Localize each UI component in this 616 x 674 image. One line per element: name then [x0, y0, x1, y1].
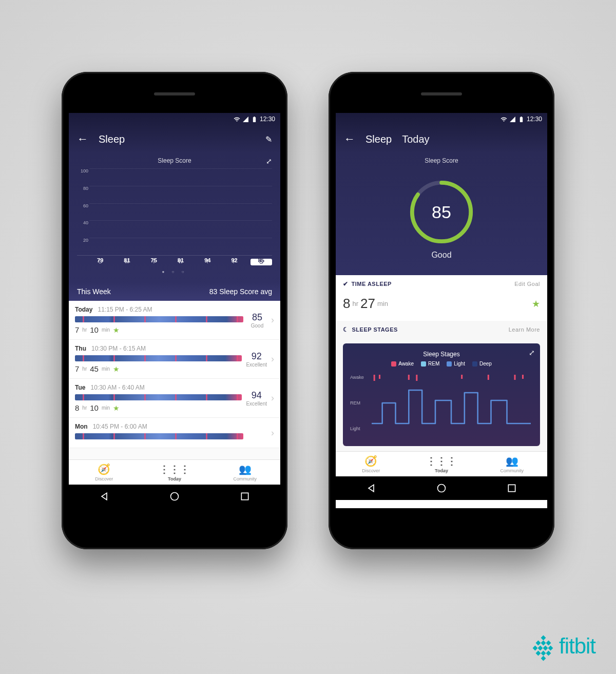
nav-today[interactable]: ⋮⋮⋮ Today: [139, 463, 209, 482]
hr-value: 8: [343, 296, 350, 312]
signal-icon: [242, 116, 249, 123]
signal-icon: [509, 116, 516, 123]
sleep-row[interactable]: Tue10:30 AM - 6:40 AM 8hr 10min ★ 94Exce…: [69, 379, 280, 418]
back-icon[interactable]: ←: [77, 132, 88, 146]
stages-legend: Awake REM Light Deep: [350, 361, 533, 367]
app-header: ← Sleep Today: [336, 125, 547, 153]
compass-icon: 🧭: [98, 463, 110, 475]
star-icon: ★: [113, 404, 120, 412]
fitbit-dots-icon: [533, 636, 554, 657]
clock: 12:30: [260, 115, 275, 123]
page-title: Sleep: [99, 133, 125, 145]
learn-more-link[interactable]: Learn More: [509, 326, 540, 333]
sleep-stages-section: ☾SLEEP STAGES Learn More ⤢ Sleep Stages …: [336, 321, 547, 451]
compass-icon: 🧭: [364, 455, 377, 467]
back-icon[interactable]: ←: [344, 132, 355, 146]
page-subtitle: Today: [402, 133, 429, 145]
time-asleep-section: ✔TIME ASLEEP Edit Goal 8 hr 27 min ★: [336, 275, 547, 321]
people-icon: 👥: [506, 455, 518, 467]
chevron-right-icon: ›: [271, 315, 274, 325]
svg-point-0: [170, 493, 178, 500]
star-icon: ★: [113, 326, 120, 334]
battery-icon: [518, 116, 525, 123]
score-title: Sleep Score: [344, 157, 539, 164]
phone-sleep-week: 12:30 ← Sleep ✎ Sleep Score ⤢ 1008060402…: [62, 72, 287, 549]
sleep-list[interactable]: Today11:15 PM - 6:25 AM 7hr 10min ★ 85Go…: [69, 301, 280, 459]
bottom-nav: 🧭 Discover ⋮⋮⋮ Today 👥 Community: [69, 459, 280, 485]
wifi-icon: [500, 116, 507, 123]
clock: 12:30: [527, 115, 542, 123]
nav-today[interactable]: ⋮⋮⋮ Today: [406, 455, 476, 473]
edit-icon[interactable]: ✎: [265, 134, 272, 144]
expand-icon[interactable]: ⤢: [529, 349, 535, 357]
chevron-right-icon: ›: [271, 428, 274, 438]
week-avg: 83 Sleep Score avg: [209, 287, 272, 296]
star-icon: ★: [532, 298, 540, 310]
week-summary-bar: This Week 83 Sleep Score avg: [69, 282, 280, 301]
app-header: ← Sleep ✎: [69, 125, 280, 153]
min-value: 27: [360, 296, 375, 312]
fitbit-logo: fitbit: [533, 634, 595, 659]
nav-community[interactable]: 👥 Community: [210, 463, 280, 482]
sleep-row[interactable]: Thu10:30 PM - 6:15 AM 7hr 45min ★ 92Exce…: [69, 340, 280, 379]
svg-rect-1: [242, 493, 248, 499]
nav-discover[interactable]: 🧭 Discover: [69, 463, 139, 482]
svg-rect-13: [509, 485, 515, 491]
nav-home-icon[interactable]: [436, 483, 447, 493]
nav-discover[interactable]: 🧭 Discover: [336, 455, 406, 473]
sleep-stages-bar: [75, 394, 242, 400]
sleep-stages-bar: [75, 355, 242, 361]
nav-home-icon[interactable]: [169, 491, 180, 502]
sleep-stages-bar: [75, 316, 243, 322]
svg-point-12: [437, 485, 445, 492]
nav-recent-icon[interactable]: [240, 491, 250, 502]
sleep-row[interactable]: Today11:15 PM - 6:25 AM 7hr 10min ★ 85Go…: [69, 301, 280, 340]
chevron-right-icon: ›: [271, 354, 274, 364]
expand-icon[interactable]: ⤢: [266, 157, 272, 165]
stages-header: SLEEP STAGES: [352, 326, 398, 333]
page-title: Sleep: [365, 133, 392, 145]
android-nav: [336, 476, 547, 500]
brand-text: fitbit: [559, 634, 595, 659]
score-ring: 85: [408, 179, 475, 245]
fitbit-icon: ⋮⋮⋮: [426, 455, 457, 467]
stages-title: Sleep Stages: [350, 351, 533, 358]
stages-card[interactable]: ⤢ Sleep Stages Awake REM Light Deep Awak…: [343, 343, 540, 446]
wifi-icon: [234, 116, 240, 123]
sleep-row[interactable]: Mon10:45 PM - 6:00 AM ›: [69, 418, 280, 448]
check-icon: ✔: [343, 280, 349, 287]
fitbit-icon: ⋮⋮⋮: [159, 463, 190, 475]
sleep-score-chart: Sleep Score ⤢ 10080604020 79817581949285…: [69, 153, 280, 282]
nav-recent-icon[interactable]: [507, 483, 517, 493]
chart-title: Sleep Score: [77, 157, 272, 164]
edit-goal-link[interactable]: Edit Goal: [514, 281, 540, 287]
star-icon: ★: [113, 365, 120, 373]
chevron-right-icon: ›: [271, 393, 274, 403]
week-label: This Week: [77, 287, 111, 296]
phone-sleep-today: 12:30 ← Sleep Today Sleep Score 85: [329, 72, 554, 549]
battery-icon: [251, 116, 258, 123]
android-nav: [69, 485, 280, 508]
people-icon: 👥: [239, 463, 252, 475]
sleep-stages-bar: [75, 433, 243, 439]
status-bar: 12:30: [336, 113, 547, 125]
nav-community[interactable]: 👥 Community: [477, 455, 547, 473]
time-asleep-label: TIME ASLEEP: [352, 281, 392, 287]
bottom-nav: 🧭 Discover ⋮⋮⋮ Today 👥 Community: [336, 451, 547, 476]
page-dots: ● ○ ○: [77, 269, 272, 274]
score-rating: Good: [344, 251, 539, 260]
moon-icon: ☾: [343, 326, 349, 333]
status-bar: 12:30: [69, 113, 280, 125]
nav-back-icon[interactable]: [366, 483, 376, 493]
nav-back-icon[interactable]: [99, 491, 109, 502]
score-panel: Sleep Score 85 Good: [336, 153, 547, 275]
